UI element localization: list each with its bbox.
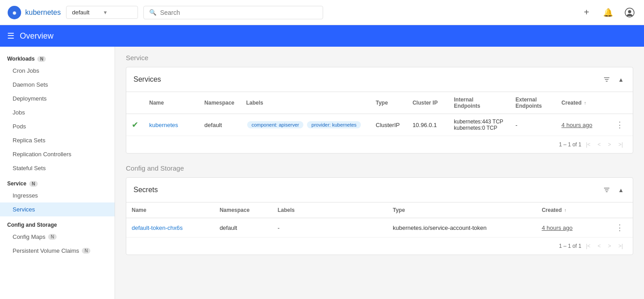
services-first-page-btn[interactable]: |<: [583, 140, 593, 150]
created-time-link[interactable]: 4 hours ago: [561, 122, 592, 128]
row-clusterip-cell: 10.96.0.1: [407, 114, 449, 136]
status-ok-icon: ✔: [132, 120, 138, 130]
sidebar-item-replica-sets[interactable]: Replica Sets: [0, 133, 115, 147]
services-pagination-info: 1 – 1 of 1: [559, 141, 582, 148]
secrets-card-title: Secrets: [133, 186, 158, 194]
secret-labels-cell: -: [272, 218, 387, 237]
label-chip-2: provider: kubernetes: [307, 121, 361, 128]
secret-name-link[interactable]: default-token-chx6s: [132, 224, 182, 231]
services-card: Services ▲ Name: [126, 67, 633, 154]
secret-namespace-cell: default: [214, 218, 272, 237]
sidebar-item-daemon-sets[interactable]: Daemon Sets: [0, 78, 115, 92]
sidebar-item-jobs[interactable]: Jobs: [0, 106, 115, 119]
row-status-cell: ✔: [126, 114, 144, 136]
secret-name-cell: default-token-chx6s: [126, 218, 214, 237]
secrets-pagination-info: 1 – 1 of 1: [559, 243, 582, 249]
menu-hamburger-icon[interactable]: ☰: [7, 31, 14, 41]
sidebar-item-pods[interactable]: Pods: [0, 119, 115, 133]
sidebar-item-deployments[interactable]: Deployments: [0, 92, 115, 106]
top-nav: ⎈ kubernetes default ▾ 🔍 + 🔔: [0, 0, 644, 25]
main-content: Service Services ▲: [115, 47, 644, 299]
services-prev-page-btn[interactable]: <: [595, 140, 604, 150]
th-secrets-labels: Labels: [272, 202, 387, 218]
services-collapse-icon[interactable]: ▲: [616, 75, 626, 85]
search-icon: 🔍: [149, 9, 156, 16]
secrets-table-row: default-token-chx6s default - kubernetes…: [126, 218, 633, 237]
row-more-options-icon[interactable]: ⋮: [612, 119, 627, 131]
row-namespace-cell: default: [199, 114, 241, 136]
row-internal-endpoints-cell: kubernetes:443 TCP kubernetes:0 TCP: [449, 114, 510, 136]
layout: Workloads N Cron Jobs Daemon Sets Deploy…: [0, 47, 644, 299]
secret-created-time-link[interactable]: 4 hours ago: [542, 224, 573, 231]
search-input[interactable]: [160, 9, 317, 16]
sidebar-item-services[interactable]: Services: [0, 202, 115, 216]
secret-type-cell: kubernetes.io/service-account-token: [387, 218, 536, 237]
services-last-page-btn[interactable]: >|: [616, 140, 626, 150]
row-name-cell: kubernetes: [144, 114, 199, 136]
sidebar: Workloads N Cron Jobs Daemon Sets Deploy…: [0, 47, 115, 299]
user-menu-icon[interactable]: [622, 5, 637, 20]
services-table-row: ✔ kubernetes default component: apiserve…: [126, 114, 633, 136]
sidebar-item-persistent-volume-claims[interactable]: Persistent Volume Claims N: [0, 244, 115, 258]
services-card-actions: ▲: [601, 74, 626, 85]
row-labels-cell: component: apiserver provider: kubernete…: [241, 114, 370, 136]
namespace-value: default: [72, 9, 100, 16]
secrets-card: Secrets ▲ Name Namesp: [126, 177, 633, 255]
secret-menu-cell: ⋮: [607, 218, 633, 237]
secrets-filter-icon[interactable]: [601, 184, 613, 196]
services-table-header-row: Name Namespace Labels Type Cluster IP In…: [126, 92, 633, 114]
sidebar-item-replication-controllers[interactable]: Replication Controllers: [0, 147, 115, 161]
namespace-dropdown[interactable]: default ▾: [66, 6, 138, 19]
secrets-table: Name Namespace Labels Type Created ↑ def…: [126, 202, 633, 237]
kubernetes-logo-icon: ⎈: [7, 5, 22, 20]
services-table: Name Namespace Labels Type Cluster IP In…: [126, 92, 633, 136]
secrets-collapse-icon[interactable]: ▲: [616, 185, 626, 195]
sidebar-section-workloads: Workloads N: [0, 50, 115, 64]
notifications-bell-icon[interactable]: 🔔: [601, 5, 615, 20]
nav-actions: + 🔔: [579, 5, 637, 20]
secrets-card-header: Secrets ▲: [126, 178, 633, 202]
th-internal-endpoints: InternalEndpoints: [449, 92, 510, 114]
th-secrets-actions: [607, 202, 633, 218]
services-next-page-btn[interactable]: >: [605, 140, 614, 150]
th-created: Created ↑: [556, 92, 607, 114]
secret-more-options-icon[interactable]: ⋮: [612, 221, 627, 234]
row-created-cell: 4 hours ago: [556, 114, 607, 136]
svg-text:⎈: ⎈: [13, 9, 17, 16]
sidebar-item-config-maps[interactable]: Config Maps N: [0, 230, 115, 244]
row-type-cell: ClusterIP: [370, 114, 407, 136]
services-filter-icon[interactable]: [601, 74, 613, 85]
config-storage-section-title: Config and Storage: [126, 164, 633, 172]
secrets-last-page-btn[interactable]: >|: [616, 241, 626, 251]
brand-logo-link[interactable]: ⎈ kubernetes: [7, 5, 61, 20]
th-secrets-type: Type: [387, 202, 536, 218]
user-avatar-icon: [625, 8, 635, 18]
secrets-prev-page-btn[interactable]: <: [595, 241, 604, 251]
sidebar-section-config-storage: Config and Storage: [0, 216, 115, 230]
th-secrets-name: Name: [126, 202, 214, 218]
th-status: [126, 92, 144, 114]
overview-title: Overview: [20, 31, 53, 41]
th-namespace: Namespace: [199, 92, 241, 114]
service-section-title: Service: [126, 54, 633, 62]
row-external-endpoints-cell: -: [510, 114, 556, 136]
chevron-down-icon: ▾: [104, 9, 132, 16]
sidebar-item-cron-jobs[interactable]: Cron Jobs: [0, 64, 115, 78]
services-card-title: Services: [133, 75, 161, 84]
secrets-next-page-btn[interactable]: >: [605, 241, 614, 251]
th-name: Name: [144, 92, 199, 114]
service-name-link[interactable]: kubernetes: [149, 122, 178, 128]
sidebar-item-ingresses[interactable]: Ingresses: [0, 189, 115, 202]
th-actions: [607, 92, 633, 114]
secret-created-cell: 4 hours ago: [536, 218, 607, 237]
th-labels: Labels: [241, 92, 370, 114]
services-card-header: Services ▲: [126, 67, 633, 92]
th-type: Type: [370, 92, 407, 114]
sidebar-section-service: Service N: [0, 175, 115, 189]
brand-name: kubernetes: [25, 9, 61, 17]
th-secrets-namespace: Namespace: [214, 202, 272, 218]
secrets-first-page-btn[interactable]: |<: [583, 241, 593, 251]
th-secrets-created: Created ↑: [536, 202, 607, 218]
add-button[interactable]: +: [579, 5, 594, 20]
sidebar-item-stateful-sets[interactable]: Stateful Sets: [0, 161, 115, 175]
